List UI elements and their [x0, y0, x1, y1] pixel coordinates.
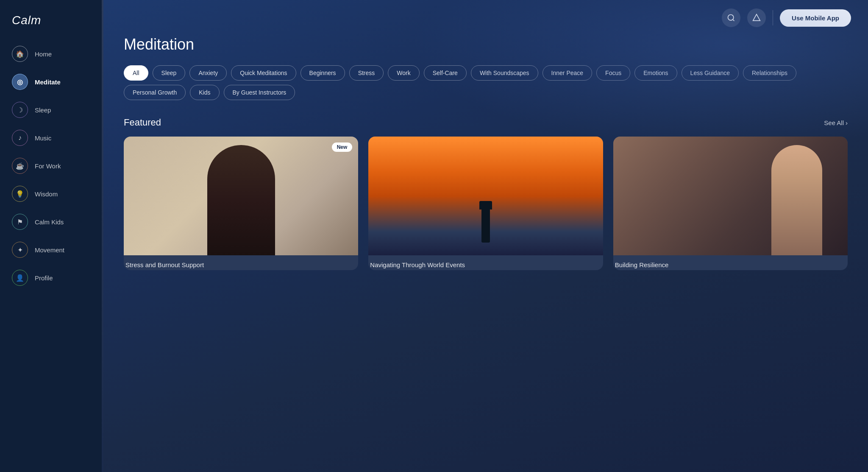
sidebar-item-wisdom[interactable]: 💡 Wisdom	[5, 181, 97, 207]
card-image-card2	[368, 137, 603, 255]
nav-icon-calmkids: ⚑	[12, 214, 28, 230]
nav-label-calmkids: Calm Kids	[35, 218, 64, 226]
chevron-right-icon: ›	[846, 119, 848, 126]
search-button[interactable]	[722, 8, 740, 27]
header-divider	[773, 10, 773, 25]
filter-tag-by-guest-instructors[interactable]: By Guest Instructors	[224, 85, 295, 100]
see-all-link[interactable]: See All ›	[824, 119, 848, 126]
filter-tags: AllSleepAnxietyQuick MeditationsBeginner…	[124, 65, 848, 100]
card-title-card2: Navigating Through World Events	[368, 255, 603, 270]
filter-tag-focus[interactable]: Focus	[596, 65, 630, 81]
sidebar-item-sleep[interactable]: ☽ Sleep	[5, 97, 97, 123]
filter-tag-relationships[interactable]: Relationships	[743, 65, 796, 81]
nav-label-movement: Movement	[35, 246, 64, 254]
svg-marker-2	[753, 14, 760, 21]
filter-tag-beginners[interactable]: Beginners	[300, 65, 345, 81]
see-all-label: See All	[824, 119, 844, 126]
logo: Calm	[0, 10, 102, 41]
sidebar-item-music[interactable]: ♪ Music	[5, 125, 97, 151]
featured-cards-grid: New Stress and Burnout Support Navigatin…	[124, 137, 848, 270]
featured-title: Featured	[124, 117, 161, 128]
page-content: Meditation AllSleepAnxietyQuick Meditati…	[103, 36, 868, 290]
sidebar-item-home[interactable]: 🏠 Home	[5, 41, 97, 67]
nav-label-sleep: Sleep	[35, 106, 51, 114]
sidebar-item-meditate[interactable]: ◎ Meditate	[5, 69, 97, 95]
card-image-card1: New	[124, 137, 358, 255]
sidebar-item-profile[interactable]: 👤 Profile	[5, 265, 97, 291]
filter-tag-less-guidance[interactable]: Less Guidance	[682, 65, 739, 81]
nav-label-profile: Profile	[35, 274, 53, 282]
main-content: Use Mobile App Meditation AllSleepAnxiet…	[103, 0, 868, 472]
nav-icon-sleep: ☽	[12, 102, 28, 118]
app-logo: Calm	[12, 14, 41, 27]
sidebar-nav: 🏠 Home ◎ Meditate ☽ Sleep ♪ Music ☕ For …	[0, 41, 102, 291]
filter-tag-emotions[interactable]: Emotions	[634, 65, 677, 81]
featured-card-card1[interactable]: New Stress and Burnout Support	[124, 137, 358, 270]
page-title: Meditation	[124, 36, 848, 53]
featured-card-card3[interactable]: Building Resilience	[613, 137, 848, 270]
featured-card-card2[interactable]: Navigating Through World Events	[368, 137, 603, 270]
nav-label-wisdom: Wisdom	[35, 190, 58, 198]
sidebar-item-calmkids[interactable]: ⚑ Calm Kids	[5, 209, 97, 235]
nav-icon-home: 🏠	[12, 46, 28, 62]
nav-icon-meditate: ◎	[12, 74, 28, 90]
filter-tag-sleep[interactable]: Sleep	[153, 65, 186, 81]
top-header: Use Mobile App	[103, 0, 868, 36]
triangle-icon	[752, 14, 761, 22]
filter-tag-kids[interactable]: Kids	[190, 85, 219, 100]
filter-tag-stress[interactable]: Stress	[349, 65, 384, 81]
card-title-card3: Building Resilience	[613, 255, 848, 270]
notification-button[interactable]	[747, 8, 766, 27]
nav-label-music: Music	[35, 134, 51, 142]
nav-icon-forwork: ☕	[12, 158, 28, 174]
nav-icon-profile: 👤	[12, 270, 28, 286]
filter-tag-work[interactable]: Work	[388, 65, 419, 81]
nav-label-forwork: For Work	[35, 162, 61, 170]
nav-icon-movement: ✦	[12, 242, 28, 258]
nav-icon-wisdom: 💡	[12, 186, 28, 202]
filter-tag-with-soundscapes[interactable]: With Soundscapes	[471, 65, 538, 81]
sidebar-item-forwork[interactable]: ☕ For Work	[5, 153, 97, 179]
nav-label-meditate: Meditate	[35, 78, 61, 86]
filter-tag-personal-growth[interactable]: Personal Growth	[124, 85, 186, 100]
featured-section-header: Featured See All ›	[124, 117, 848, 128]
svg-line-1	[733, 20, 734, 21]
sidebar: Calm 🏠 Home ◎ Meditate ☽ Sleep ♪ Music ☕…	[0, 0, 102, 472]
filter-tag-all[interactable]: All	[124, 65, 148, 81]
search-icon	[727, 14, 735, 22]
filter-tag-anxiety[interactable]: Anxiety	[189, 65, 227, 81]
card-image-card3	[613, 137, 848, 255]
svg-point-0	[728, 15, 734, 20]
use-mobile-app-button[interactable]: Use Mobile App	[780, 9, 851, 27]
filter-tag-inner-peace[interactable]: Inner Peace	[542, 65, 593, 81]
card-title-card1: Stress and Burnout Support	[124, 255, 358, 270]
new-badge: New	[332, 142, 353, 152]
filter-tag-self-care[interactable]: Self-Care	[424, 65, 467, 81]
sidebar-item-movement[interactable]: ✦ Movement	[5, 237, 97, 263]
nav-label-home: Home	[35, 50, 52, 58]
filter-tag-quick-meditations[interactable]: Quick Meditations	[231, 65, 296, 81]
nav-icon-music: ♪	[12, 130, 28, 146]
